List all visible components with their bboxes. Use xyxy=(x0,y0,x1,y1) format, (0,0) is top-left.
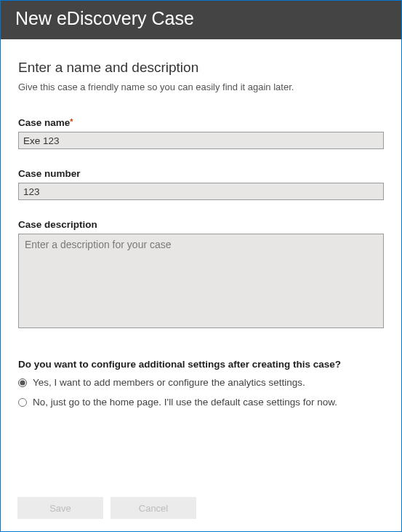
case-name-input[interactable] xyxy=(18,132,384,149)
radio-option-no[interactable]: No, just go to the home page. I'll use t… xyxy=(18,397,384,408)
section-description: Give this case a friendly name so you ca… xyxy=(18,82,384,92)
case-description-label: Case description xyxy=(18,219,384,230)
required-indicator: * xyxy=(70,117,73,126)
radio-no-label: No, just go to the home page. I'll use t… xyxy=(33,397,337,408)
section-title: Enter a name and description xyxy=(18,60,384,76)
case-number-input[interactable] xyxy=(18,183,384,200)
radio-option-yes[interactable]: Yes, I want to add members or configure … xyxy=(18,377,384,388)
dialog-header: New eDiscovery Case xyxy=(1,1,401,39)
case-description-input[interactable] xyxy=(18,234,384,328)
configure-question-label: Do you want to configure additional sett… xyxy=(18,359,384,370)
field-case-description: Case description xyxy=(18,219,384,331)
dialog-footer: Save Cancel xyxy=(17,497,196,519)
field-case-number: Case number xyxy=(18,168,384,200)
dialog-title: New eDiscovery Case xyxy=(15,8,387,29)
cancel-button[interactable]: Cancel xyxy=(110,497,196,519)
radio-yes-input[interactable] xyxy=(18,378,27,387)
radio-yes-label: Yes, I want to add members or configure … xyxy=(33,377,305,388)
save-button[interactable]: Save xyxy=(17,497,103,519)
radio-no-input[interactable] xyxy=(18,398,27,407)
field-case-name: Case name* xyxy=(18,117,384,149)
case-number-label: Case number xyxy=(18,168,384,179)
dialog-content: Enter a name and description Give this c… xyxy=(1,39,401,408)
case-name-label: Case name* xyxy=(18,117,384,128)
